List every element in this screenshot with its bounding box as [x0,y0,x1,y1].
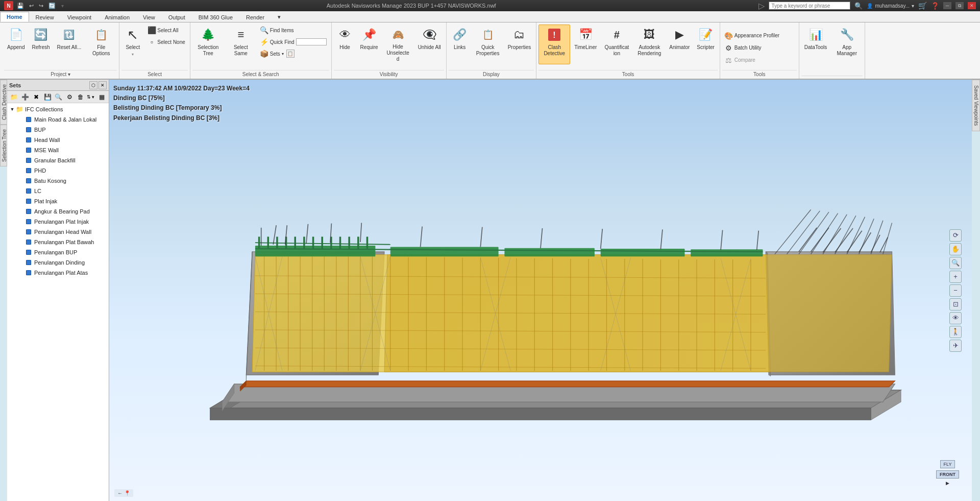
viewport[interactable]: Sunday 11:37:42 AM 10/9/2022 Day=23 Week… [109,80,972,501]
tree-item-head-wall[interactable]: ▶ Head Wall [7,135,109,145]
toolbar-search[interactable]: 🔍 [54,92,64,102]
tree-item-pen-bup[interactable]: ▶ Penulangan BUP [7,247,109,257]
toolbar-options[interactable]: ⚙ [65,92,75,102]
restore-button[interactable]: ⧉ [955,2,964,9]
toolbar-view-options[interactable]: ▦ [96,92,107,102]
links-button[interactable]: 🔗 Links [449,25,471,64]
tab-review[interactable]: Review [29,12,61,22]
tab-animation[interactable]: Animation [98,12,136,22]
zoom-button[interactable]: 🔍 [949,257,962,269]
expand-icon-ifc[interactable]: ▼ [9,106,15,112]
batch-utility-button[interactable]: ⚙ Batch Utility [722,42,797,54]
scripter-button[interactable]: 📝 Scripter [694,25,717,64]
qat-sync[interactable]: 🔄 [47,2,57,10]
side-tab-clash-detective[interactable]: Clash Detective [0,80,7,125]
hide-button[interactable]: 👁 Hide [334,25,356,64]
orbit-button[interactable]: ⟳ [949,229,962,242]
clash-detective-button[interactable]: ! Clash Detective [538,25,570,64]
tab-view[interactable]: View [136,12,162,22]
username[interactable]: muhamadsay... [875,3,910,9]
sort-button[interactable]: ⇅ ▾ [87,94,94,100]
tree-item-plat-injak[interactable]: ▶ Plat Injak [7,196,109,206]
tree-item-angkur[interactable]: ▶ Angkur & Bearing Pad [7,206,109,217]
timeliner-button[interactable]: 📅 TimeLiner [571,25,600,64]
toolbar-add[interactable]: ➕ [20,92,31,102]
appearance-profiler-button[interactable]: 🎨 Appearance Profiler [722,30,797,41]
tree-item-phd[interactable]: ▶ PHD [7,165,109,176]
close-button[interactable]: ✕ [968,2,976,9]
panel-float-button[interactable]: ⬡ [89,81,97,89]
quick-find-input[interactable] [296,38,327,45]
help-icon[interactable]: ❓ [931,2,939,10]
qat-save[interactable]: 💾 [15,2,26,10]
sets-button[interactable]: 📦 Sets ▾ 📋 [258,48,329,59]
tree-item-batu-kosong[interactable]: ▶ Batu Kosong [7,176,109,186]
selection-tree-button[interactable]: 🌲 Selection Tree [192,25,224,64]
datatools-button[interactable]: 📊 DataTools [801,25,830,64]
tab-viewpoint[interactable]: Viewpoint [61,12,99,22]
walk-button[interactable]: 🚶 [949,326,962,338]
quick-properties-button[interactable]: 📋 Quick Properties [472,25,504,64]
toolbar-remove[interactable]: ✖ [32,92,42,102]
tree-item-pen-dinding[interactable]: ▶ Penulangan Dinding [7,257,109,268]
tree-item-bup[interactable]: ▶ BUP [7,125,109,135]
select-all-button[interactable]: ⬛ Select All [145,25,187,36]
tree-item-pen-plat-atas[interactable]: ▶ Penulangan Plat Atas [7,268,109,278]
sets-extra-btn[interactable]: 📋 [286,50,295,58]
properties-button[interactable]: 🗂 Properties [505,25,534,64]
app-manager-button[interactable]: 🔧 App Manager [831,25,863,64]
tab-more[interactable]: ▾ [271,12,287,22]
file-options-button[interactable]: 📋 File Options [85,25,117,64]
user-dropdown-icon[interactable]: ▾ [912,3,914,9]
unhide-all-button[interactable]: 👁‍🗨 Unhide All [415,25,444,64]
append-button[interactable]: 📄 Append [4,25,28,64]
tree-item-pen-plat-bawah[interactable]: ▶ Penulangan Plat Bawah [7,237,109,247]
fly-label[interactable]: FLY [940,460,955,468]
front-label[interactable]: FRONT [936,470,959,479]
sets-dropdown[interactable]: ▾ [282,52,284,56]
zoom-in-button[interactable]: + [949,271,962,283]
tree-item-granular[interactable]: ▶ Granular Backfill [7,155,109,165]
find-items-button[interactable]: 🔍 Find Items [258,25,329,36]
project-dropdown-icon[interactable]: ▾ [68,71,70,77]
select-button[interactable]: ↖ Select ▾ [121,25,144,64]
tree-item-pen-plat-injak[interactable]: ▶ Penulangan Plat Injak [7,217,109,227]
tab-output[interactable]: Output [162,12,192,22]
toolbar-delete[interactable]: 🗑 [76,92,86,102]
tree-item-pen-head-wall[interactable]: ▶ Penulangan Head Wall [7,227,109,237]
select-same-button[interactable]: ≡ Select Same [225,25,257,64]
qat-undo[interactable]: ↩ [28,2,35,10]
fly-button[interactable]: ✈ [949,340,962,352]
select-dropdown-arrow[interactable]: ▾ [132,52,134,57]
next-view-btn[interactable]: ▶ [946,481,949,486]
tab-bim360[interactable]: BIM 360 Glue [192,12,239,22]
store-icon[interactable]: 🛒 [918,2,927,10]
autodesk-rendering-button[interactable]: 🖼 Autodesk Rendering [633,25,665,64]
global-search-input[interactable] [769,2,850,10]
pan-button[interactable]: ✋ [949,243,962,255]
refresh-button[interactable]: 🔄 Refresh [29,25,53,64]
hide-unselected-button[interactable]: 🙈 Hide Unselected [382,25,414,64]
tree-item-mse-wall[interactable]: ▶ MSE Wall [7,145,109,155]
animator-button[interactable]: ▶ Animator [666,25,693,64]
compare-button[interactable]: ⚖ Compare [722,55,797,66]
side-tab-selection-tree[interactable]: Selection Tree [0,125,7,166]
panel-close-button[interactable]: ✕ [99,81,107,89]
qat-redo[interactable]: ↪ [37,2,45,10]
toolbar-save[interactable]: 💾 [42,92,53,102]
select-none-button[interactable]: ▫ Select None [145,36,187,47]
look-button[interactable]: 👁 [949,312,962,324]
tree-item-main-road[interactable]: ▶ Main Road & Jalan Lokal [7,114,109,125]
tree-item-lc[interactable]: ▶ LC [7,186,109,196]
minimize-button[interactable]: ─ [943,2,951,9]
toolbar-new-set[interactable]: 📁 [9,92,19,102]
tab-home[interactable]: Home [0,12,29,22]
side-tab-saved-viewpoints[interactable]: Saved Viewpoints [972,80,980,131]
require-button[interactable]: 📌 Require [357,25,381,64]
zoom-out-button[interactable]: − [949,284,962,297]
tab-render[interactable]: Render [239,12,271,22]
tree-item-ifc-collections[interactable]: ▼ 📁 IFC Collections [7,104,109,114]
sort-dropdown[interactable]: ▾ [92,94,94,100]
reset-all-button[interactable]: 🔃 Reset All... [54,25,85,64]
quick-find-button[interactable]: ⚡ Quick Find [258,36,329,47]
